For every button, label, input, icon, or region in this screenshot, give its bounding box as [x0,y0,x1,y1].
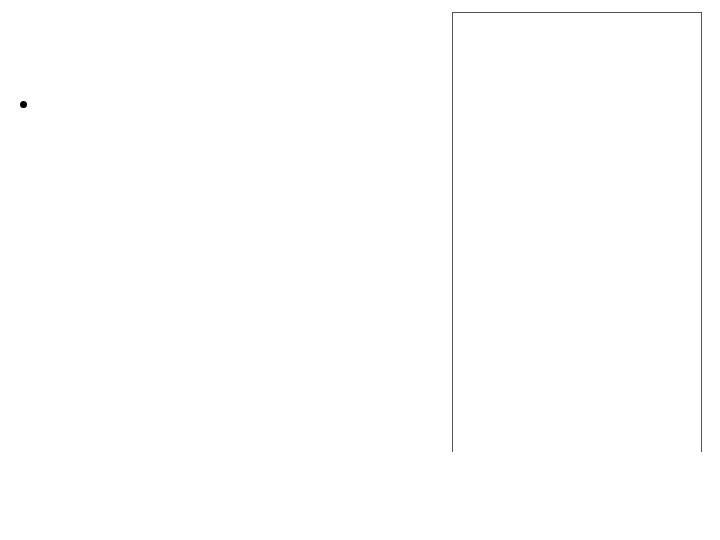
bullet-block [20,90,410,118]
timing-diagram [452,12,702,452]
bullet-1 [40,90,410,118]
slide [0,0,720,540]
signal-rows [453,31,701,452]
column-labels [485,15,701,31]
